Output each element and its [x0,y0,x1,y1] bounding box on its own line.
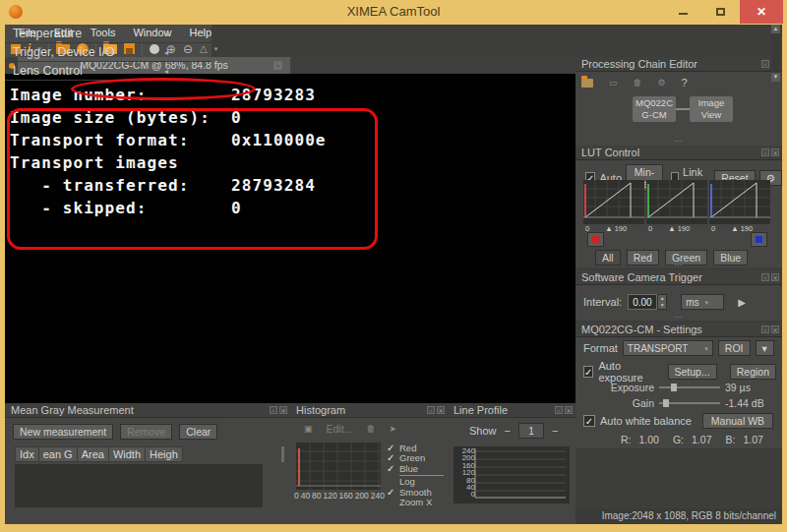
maximize-button[interactable] [702,0,738,24]
black-point-button[interactable] [587,232,604,247]
help-button[interactable]: ? [682,77,688,89]
gain-slider[interactable] [659,402,720,404]
chevron-down-icon: ▾ [704,341,708,356]
edit-button[interactable]: Edit... [327,423,353,435]
interval-input[interactable]: 0.00 ▲▼ [628,294,667,310]
spinner-icons[interactable]: ▲▼ [657,294,667,310]
option-log[interactable]: Log [387,477,444,488]
format-label: Format [583,342,618,354]
new-measurement-button[interactable]: New measurement [13,424,113,440]
roi-select-icon[interactable]: ▣ [304,424,313,434]
col-area[interactable]: Area [77,447,108,462]
splitter-handle[interactable]: ⋯ [575,316,782,322]
trigger-play-icon[interactable]: ▶ [738,297,746,308]
panel-float-icon[interactable]: ▫ [761,325,769,333]
check-icon [387,487,399,498]
mean-gray-panel: Mean Gray Measurement ▫✕ New measurement… [5,403,290,524]
roi-button[interactable]: ROI [718,340,751,356]
panel-float-icon[interactable]: ▫ [270,406,277,414]
tab-close-icon[interactable]: ▫ [273,61,282,70]
section-temperature[interactable]: Temperature ◂ [5,25,212,43]
auto-exposure-checkbox[interactable]: ✓ [583,366,593,378]
setup-button[interactable]: Setup... [668,364,717,380]
lut-curve-green[interactable]: 0▲ 190 [646,180,707,224]
expand-arrow-icon: ◂ [164,30,168,38]
line-profile-panel: Line Profile ▫✕ Show − 1 − [448,403,575,524]
add-node-icon[interactable]: ▭ [609,78,618,88]
camera-node[interactable]: MQ022C G-CM [633,96,676,122]
roi-dropdown-icon[interactable]: ▾ [756,340,774,356]
panel-close-icon[interactable]: ✕ [771,273,779,281]
increment-icon[interactable]: − [552,425,558,437]
col-height[interactable]: Heigh [146,447,183,462]
expand-arrow-icon: ◂ [164,48,168,57]
auto-wb-checkbox[interactable]: ✓ [583,415,595,427]
region-button[interactable]: Region [730,364,776,380]
panel-close-icon[interactable]: ✕ [771,325,779,333]
white-point-button[interactable] [751,232,767,247]
check-icon [387,443,399,453]
histogram-panel: Histogram ▫✕ ▣ Edit... 🗑 ➤ [290,403,448,524]
lut-curve-blue[interactable]: 0▲ 190 [709,180,770,224]
panel-close-icon[interactable]: ✕ [565,406,573,414]
panel-close-icon[interactable]: ✕ [279,406,287,414]
section-trigger-io[interactable]: Trigger, Device I/O ◂ [5,43,212,62]
line-number-value[interactable]: 1 [518,423,544,439]
export-icon[interactable]: ➤ [389,424,396,434]
col-width[interactable]: Width [108,447,145,462]
image-view-node[interactable]: Image View [690,96,733,122]
line-profile-chart[interactable]: 240 200 160 120 80 40 0 [454,446,570,503]
panel-float-icon[interactable]: ▫ [555,406,563,414]
section-lens-control[interactable]: Lens Control ◂ [5,62,212,81]
marker-label: ▲ 190 [605,224,627,233]
sections-scrollbar[interactable]: ▲ ▼ [771,25,780,82]
node-connector [676,108,690,110]
lut-control-panel: LUT Control ▫✕ ✓ Auto Min-Max Link RGB R… [575,146,782,267]
option-blue[interactable]: Blue [387,463,444,474]
image-overlay-text: Image number:28793283 Image size (bytes)… [10,86,327,221]
remove-button[interactable]: Remove [120,424,172,440]
lut-curve-red[interactable]: 0▲ 190 [583,180,644,224]
slider-handle[interactable] [663,399,669,407]
option-smooth[interactable]: Smooth [387,487,444,498]
option-zoom-x[interactable]: Zoom X [387,498,444,508]
panel-float-icon[interactable]: ▫ [761,60,769,68]
table-scrollbar[interactable] [281,446,284,462]
measurement-table-body [15,464,263,507]
settings-gear-icon[interactable]: ⚙ [658,78,666,88]
panel-close-icon[interactable]: ✕ [437,406,445,414]
manual-wb-button[interactable]: Manual WB [702,413,773,429]
scroll-down-icon[interactable]: ▼ [771,73,780,82]
close-button[interactable]: ✕ [740,0,783,24]
minimize-button[interactable] [665,0,700,24]
col-idx[interactable]: Idx [16,447,39,462]
panel-float-icon[interactable]: ▫ [761,273,769,281]
exposure-slider[interactable] [659,386,720,388]
auto-wb-label: Auto white balance [600,415,692,427]
trash-icon[interactable]: 🗑 [366,424,375,434]
option-red[interactable]: Red [387,443,444,453]
measurement-table: Idx ean G Area Width Heigh [15,446,183,462]
check-icon [387,463,399,474]
scroll-up-icon[interactable]: ▲ [771,25,780,33]
panel-float-icon[interactable]: ▫ [427,406,435,414]
panel-close-icon[interactable]: ✕ [771,148,779,156]
image-view[interactable]: Image number:28793283 Image size (bytes)… [5,74,575,403]
decrement-icon[interactable]: − [505,425,511,437]
table-header-row: Idx ean G Area Width Heigh [16,447,183,462]
open-chain-icon[interactable] [581,79,593,88]
overlay-line: - skipped:0 [10,199,327,221]
slider-handle[interactable] [671,384,677,391]
tools-extra-dropdown-icon[interactable]: ▾ [214,45,218,53]
histogram-chart[interactable] [296,443,381,490]
option-green[interactable]: Green [387,453,444,464]
clear-button[interactable]: Clear [179,424,217,440]
overlay-line: Transport images [10,153,327,176]
col-mean-gray[interactable]: ean G [38,447,77,462]
g-label: G: [673,434,684,445]
panel-float-icon[interactable]: ▫ [761,148,769,156]
unit-dropdown[interactable]: ms ▾ [681,294,724,310]
splitter-handle[interactable]: ⋯ [575,264,782,269]
format-dropdown[interactable]: TRANSPORT ▾ [623,340,713,356]
delete-node-icon[interactable]: 🗑 [634,78,642,88]
